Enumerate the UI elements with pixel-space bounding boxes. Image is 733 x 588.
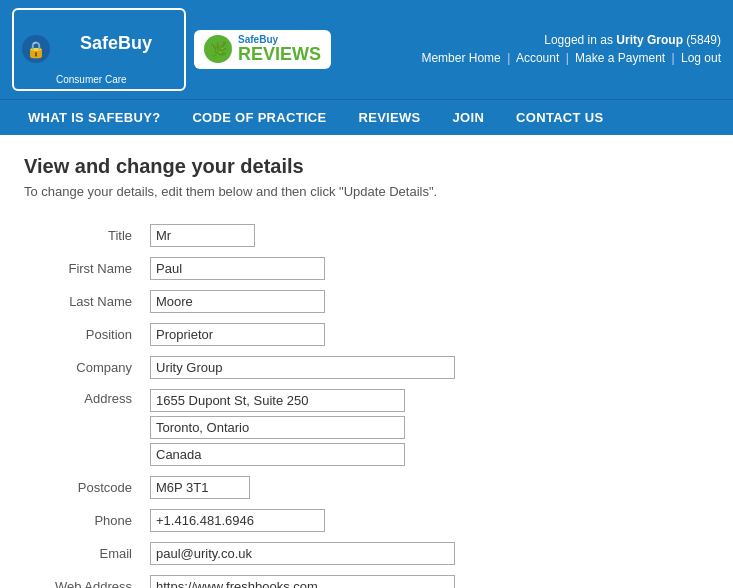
field-row-company: Company: [24, 351, 709, 384]
company-label: Company: [24, 351, 144, 384]
address1-input[interactable]: [150, 389, 405, 412]
field-row-first-name: First Name: [24, 252, 709, 285]
navbar: WHAT IS SAFEBUY? CODE OF PRACTICE REVIEW…: [0, 99, 733, 135]
user-name: Urity Group: [616, 33, 683, 47]
log-out-link[interactable]: Log out: [681, 51, 721, 65]
logo-area: 🔒 SafeBuy Consumer Care 🌿 SafeBuy REVIEW…: [12, 8, 331, 91]
make-payment-link[interactable]: Make a Payment: [575, 51, 665, 65]
nav-item-what-is-safebuy[interactable]: WHAT IS SAFEBUY?: [12, 100, 176, 135]
company-input[interactable]: [150, 356, 455, 379]
lock-icon: 🔒: [22, 35, 50, 63]
user-id: (5849): [686, 33, 721, 47]
position-input[interactable]: [150, 323, 325, 346]
address3-input[interactable]: [150, 443, 405, 466]
field-row-last-name: Last Name: [24, 285, 709, 318]
last-name-label: Last Name: [24, 285, 144, 318]
postcode-label: Postcode: [24, 471, 144, 504]
page-description: To change your details, edit them below …: [24, 184, 709, 199]
header: 🔒 SafeBuy Consumer Care 🌿 SafeBuy REVIEW…: [0, 0, 733, 99]
field-row-email: Email: [24, 537, 709, 570]
position-label: Position: [24, 318, 144, 351]
web-input[interactable]: [150, 575, 455, 588]
email-label: Email: [24, 537, 144, 570]
address-group: [150, 389, 703, 466]
field-row-address: Address: [24, 384, 709, 471]
reviews-brand-rev: REVIEWS: [238, 45, 321, 65]
web-label: Web Address: [24, 570, 144, 588]
nav-item-reviews[interactable]: REVIEWS: [342, 100, 436, 135]
email-input[interactable]: [150, 542, 455, 565]
logged-in-text: Logged in as: [544, 33, 613, 47]
leaf-icon: 🌿: [204, 35, 232, 63]
address-label: Address: [24, 384, 144, 471]
main-content: View and change your details To change y…: [0, 135, 733, 588]
field-row-postcode: Postcode: [24, 471, 709, 504]
details-form: Title First Name Last Name Position Comp…: [24, 219, 709, 588]
first-name-input[interactable]: [150, 257, 325, 280]
first-name-label: First Name: [24, 252, 144, 285]
user-info: Logged in as Urity Group (5849): [421, 33, 721, 47]
header-right: Logged in as Urity Group (5849) Member H…: [421, 33, 721, 65]
title-input[interactable]: [150, 224, 255, 247]
nav-item-contact-us[interactable]: CONTACT US: [500, 100, 619, 135]
phone-label: Phone: [24, 504, 144, 537]
phone-input[interactable]: [150, 509, 325, 532]
reviews-logo[interactable]: 🌿 SafeBuy REVIEWS: [194, 30, 331, 69]
member-home-link[interactable]: Member Home: [421, 51, 500, 65]
title-label: Title: [24, 219, 144, 252]
field-row-phone: Phone: [24, 504, 709, 537]
safebuy-logo[interactable]: 🔒 SafeBuy Consumer Care: [12, 8, 186, 91]
field-row-web: Web Address: [24, 570, 709, 588]
safebuy-brand-sub: Consumer Care: [56, 74, 176, 85]
nav-item-join[interactable]: JOIN: [437, 100, 501, 135]
last-name-input[interactable]: [150, 290, 325, 313]
field-row-position: Position: [24, 318, 709, 351]
nav-item-code-of-practice[interactable]: CODE OF PRACTICE: [176, 100, 342, 135]
safebuy-brand-name: SafeBuy: [56, 14, 176, 74]
field-row-title: Title: [24, 219, 709, 252]
page-title: View and change your details: [24, 155, 709, 178]
postcode-input[interactable]: [150, 476, 250, 499]
address2-input[interactable]: [150, 416, 405, 439]
account-link[interactable]: Account: [516, 51, 559, 65]
header-nav-links: Member Home | Account | Make a Payment |…: [421, 51, 721, 65]
